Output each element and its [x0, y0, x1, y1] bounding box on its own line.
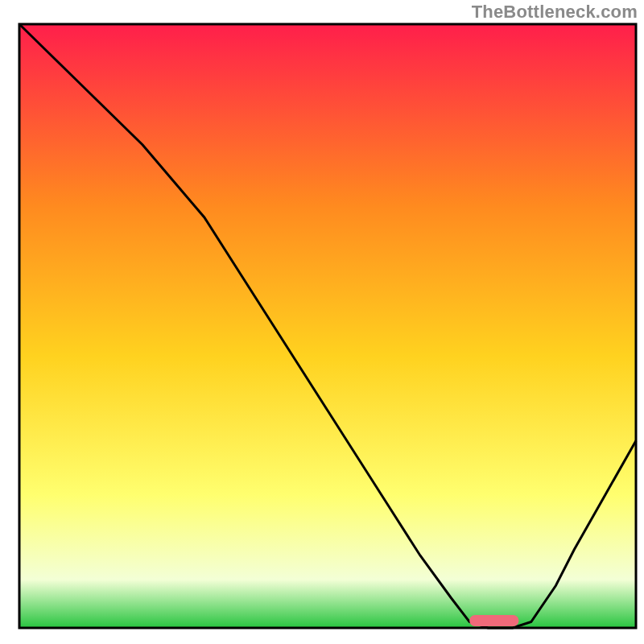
optimal-marker	[469, 615, 518, 626]
chart-svg	[0, 0, 644, 644]
watermark-text: TheBottleneck.com	[472, 2, 638, 23]
chart-stage: TheBottleneck.com	[0, 0, 644, 644]
